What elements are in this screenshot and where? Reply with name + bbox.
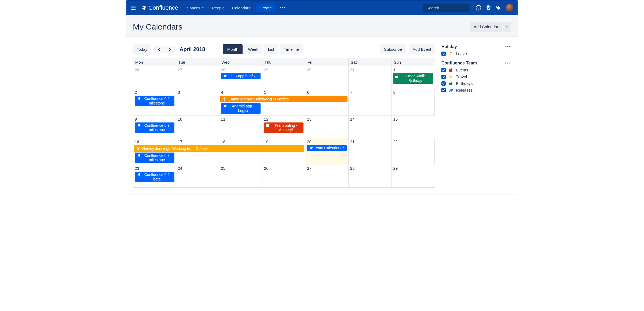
view-week-button[interactable]: Week [244,44,262,54]
calendar-row: 9Confluence 6.9 milestone101112Team outi… [133,116,435,138]
more-button[interactable] [277,5,288,10]
create-button[interactable]: Create [256,3,275,12]
calendar-cell[interactable]: 25 [219,165,262,187]
svg-rect-29 [451,82,452,83]
calendar-cell[interactable]: 9Confluence 6.9 milestone [133,116,176,138]
calendar-event[interactable]: Confluence 6.9 milestone [135,153,174,163]
calendar-cell[interactable]: 28 [349,165,392,187]
calendar-cell[interactable]: 27 [305,165,349,187]
prev-button[interactable] [154,46,164,53]
calendar-event[interactable]: Team outing - Archery! [264,122,304,133]
release-icon [448,88,453,92]
brand[interactable]: Confluence [141,4,178,11]
calendar-group-more[interactable]: ••• [505,44,511,49]
calendar-cell[interactable]: 14 [349,116,392,138]
calendar-cell[interactable]: 23Confluence 6.9 beta [133,165,176,187]
event-text: Confluence 6.9 milestone [141,96,173,106]
add-calendar-dropdown[interactable] [503,22,511,32]
calendar-cell[interactable]: 12Team outing - Archery! [262,116,306,138]
calendar-cell[interactable]: 20Team Calendars 6 [305,138,349,165]
nav-calendars[interactable]: Calendars [229,3,254,12]
nav-spaces[interactable]: Spaces [184,3,208,12]
nav-people[interactable]: People [209,3,228,12]
calendar-group-more[interactable]: ••• [505,61,511,66]
day-number: 27 [178,67,218,72]
calendar-event[interactable]: Confluence 6.9 beta [135,172,174,182]
calendar-cell[interactable]: 31 [349,66,392,89]
add-event-button[interactable]: Add Event [409,44,435,54]
calendar-cell[interactable]: 21 [349,138,392,165]
calendar-banner-event[interactable]: Harvey Jennings: Working from Gdańsk [134,145,304,152]
calendar-event[interactable]: Android app - bugfix [221,103,261,114]
calendar-cell[interactable]: 22 [391,138,435,165]
calendar-cell[interactable]: 30 [305,66,349,89]
calendar-type-row: Birthdays [441,81,511,86]
calendar-cell[interactable]: 26 [262,165,306,187]
calendar-cell[interactable]: 15 [391,116,435,138]
event-text: iOS app bugfix [227,74,259,78]
help-icon[interactable]: ? [476,5,481,10]
calendar-row: 2Confluence 6.9 milestone34Android app -… [133,89,435,116]
add-calendar-button[interactable]: Add Calendar [470,22,502,32]
checkbox[interactable] [441,88,446,92]
calendar-cell[interactable]: 29 [262,66,306,89]
svg-rect-17 [266,124,267,124]
event-text: Emma McRae: Holidaying in Mexico [228,97,289,101]
calendar-event[interactable]: iOS app bugfix [221,73,261,79]
calendar-grid: MonTueWedThuFriSatSun 262728iOS app bugf… [133,58,435,188]
search-box[interactable] [423,4,469,12]
checkbox[interactable] [441,81,446,86]
day-number: 29 [393,166,433,171]
view-list-button[interactable]: List [264,44,278,54]
tag-icon[interactable] [496,5,501,10]
gear-icon[interactable] [486,5,491,10]
calendar-cell[interactable]: 29 [391,165,435,187]
travel-icon [448,75,453,79]
view-timeline-button[interactable]: Timeline [280,44,303,54]
menu-icon[interactable] [131,5,137,11]
next-button[interactable] [165,46,175,53]
svg-point-13 [139,97,139,98]
calendar-banner-event[interactable]: Emma McRae: Holidaying in Mexico [220,96,347,102]
svg-rect-16 [266,124,269,127]
calendar-cell[interactable]: 2Confluence 6.9 milestone [133,89,176,116]
svg-point-7 [225,75,225,75]
calendar-cell[interactable]: 1Emad Abdi: Birthday [391,66,435,89]
calendar-event[interactable]: Emad Abdi: Birthday [393,73,433,84]
search-input[interactable] [426,6,477,10]
page-header: My Calendars Add Calendar [126,15,518,37]
calendar-cell[interactable]: 3 [176,89,219,116]
subscribe-button[interactable]: Subscribe [380,44,406,54]
calendar-cell[interactable]: 13 [305,116,349,138]
calendar-body: 262728iOS app bugfix2930311Emad Abdi: Bi… [133,66,435,187]
chevron-right-icon [169,48,171,51]
calendar-cell[interactable]: 8 [391,89,435,116]
day-number: 22 [393,139,433,144]
nav-people-label: People [212,6,225,10]
calendar-event[interactable]: Confluence 6.9 milestone [135,96,174,106]
top-nav: Confluence Spaces People Calendars Creat… [126,0,518,15]
day-number: 31 [350,67,390,72]
checkbox[interactable] [441,68,446,72]
today-button[interactable]: Today [133,44,151,54]
event-icon [448,68,453,72]
calendar-cell[interactable]: 11 [219,116,262,138]
day-number: 26 [135,67,174,72]
checkbox[interactable] [441,75,446,79]
avatar[interactable] [506,4,513,12]
event-text: Team Calendars 6 [313,146,345,150]
calendar-cell[interactable]: 7 [349,89,392,116]
calendar-cell[interactable]: 10 [176,116,219,138]
calendar-cell[interactable]: 27 [176,66,219,89]
calendar-cell[interactable]: 28iOS app bugfix [219,66,262,89]
calendar-cell[interactable]: 24 [176,165,219,187]
view-month-button[interactable]: Month [223,44,243,54]
calendar-group-title: Holiday [441,44,457,49]
weekday-header: Sun [391,58,435,66]
calendar-event[interactable]: Team Calendars 6 [307,145,347,151]
brand-text: Confluence [148,4,178,11]
calendar-event[interactable]: Confluence 6.9 milestone [135,122,174,133]
checkbox[interactable] [441,52,446,56]
calendar-cell[interactable]: 26 [133,66,176,89]
day-number: 27 [307,166,347,171]
